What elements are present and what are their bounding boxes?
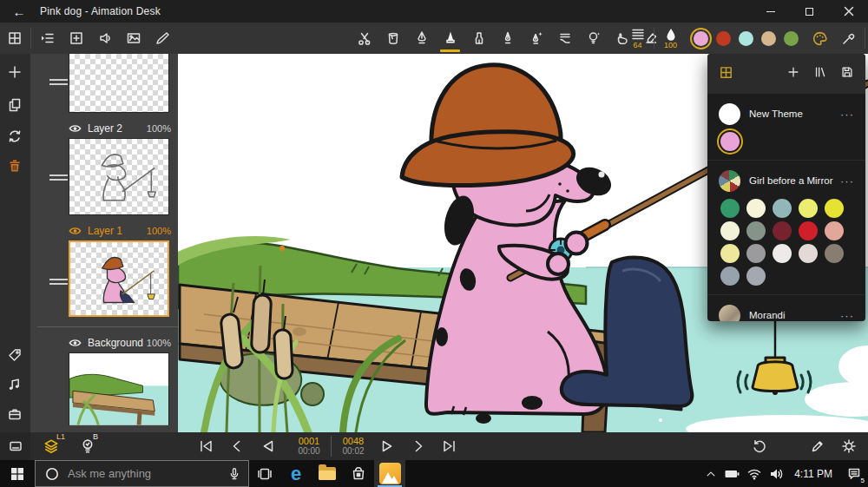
color-swatch[interactable] <box>825 221 844 240</box>
tray-wifi[interactable] <box>743 460 765 487</box>
color-swatch[interactable] <box>720 267 740 286</box>
color-swatch[interactable] <box>746 199 766 218</box>
taskbar-store[interactable] <box>343 460 374 487</box>
color-swatch[interactable] <box>720 132 740 151</box>
task-view-button[interactable] <box>249 460 280 487</box>
taskbar-edge[interactable]: e <box>280 460 312 487</box>
theme-library-button[interactable] <box>813 65 827 82</box>
clean-brush-button[interactable] <box>148 23 176 54</box>
tag-panel-button[interactable] <box>7 347 23 363</box>
color-swatch[interactable] <box>825 244 844 263</box>
pen-tool[interactable] <box>407 23 436 54</box>
color-swatch[interactable] <box>720 199 740 218</box>
color-swatch[interactable] <box>716 31 731 46</box>
theme-more-button[interactable]: ··· <box>840 174 854 188</box>
theme-more-button[interactable]: ··· <box>840 108 854 121</box>
search-input[interactable] <box>68 467 227 480</box>
color-swatch[interactable] <box>761 31 776 46</box>
theme-avatar[interactable] <box>719 305 740 322</box>
color-swatch[interactable] <box>773 199 792 218</box>
theme-more-button[interactable]: ··· <box>840 309 854 322</box>
play-backward-button[interactable] <box>260 438 277 455</box>
outline-list-button[interactable] <box>33 23 62 54</box>
color-swatch[interactable] <box>746 221 766 240</box>
microphone-icon[interactable] <box>227 466 241 482</box>
color-swatch[interactable] <box>739 31 753 46</box>
visibility-eye-icon[interactable] <box>69 338 82 348</box>
palette-button[interactable] <box>806 23 834 54</box>
color-swatch[interactable] <box>799 221 818 240</box>
delete-layer-button[interactable] <box>7 158 23 174</box>
color-swatch[interactable] <box>784 31 799 46</box>
taskbar-clock[interactable]: 4:11 PM <box>786 468 840 480</box>
duplicate-layer-button[interactable] <box>7 97 23 113</box>
assets-panel-button[interactable] <box>7 406 23 422</box>
scissors-tool[interactable] <box>350 23 378 54</box>
color-swatch[interactable] <box>694 31 708 46</box>
undo-button[interactable] <box>750 438 767 455</box>
layer-row[interactable]: Layer 2 100% <box>69 121 171 136</box>
skip-end-button[interactable] <box>441 438 458 455</box>
eyedropper-button[interactable] <box>834 23 863 54</box>
image-button[interactable] <box>119 23 148 54</box>
minimize-button[interactable] <box>751 0 790 23</box>
color-swatch[interactable] <box>799 244 818 263</box>
visibility-eye-icon[interactable] <box>69 123 82 134</box>
color-swatch[interactable] <box>825 199 844 218</box>
settings-button[interactable] <box>840 438 858 455</box>
fine-pen-tool[interactable] <box>493 23 522 54</box>
stroke-width-control[interactable]: 64 <box>623 23 652 54</box>
color-swatch[interactable] <box>773 221 792 240</box>
taskbar-search[interactable] <box>35 460 249 487</box>
layer-thumbnail[interactable] <box>69 352 169 425</box>
audio-button[interactable] <box>90 23 119 54</box>
taskbar-aimation-app[interactable] <box>374 460 405 487</box>
music-panel-button[interactable] <box>7 377 23 392</box>
brush-tool-selected[interactable] <box>436 23 464 54</box>
tray-battery[interactable] <box>721 460 743 487</box>
paint-bucket-tool[interactable] <box>378 23 407 54</box>
save-theme-button[interactable] <box>840 65 854 82</box>
action-center-button[interactable]: 5 <box>840 460 868 487</box>
drawing-canvas[interactable]: New Theme ··· Girl before a Mirror ··· <box>178 54 868 432</box>
taskbar-file-explorer[interactable] <box>312 460 343 487</box>
edit-button[interactable] <box>809 438 826 455</box>
tray-chevron-button[interactable] <box>700 460 721 487</box>
loop-layer-button[interactable] <box>7 128 23 144</box>
layer-thumbnail-empty[interactable] <box>69 54 169 113</box>
play-forward-button[interactable] <box>378 438 396 455</box>
color-swatch[interactable] <box>799 199 818 218</box>
layer-drag-handle[interactable] <box>49 76 68 88</box>
tray-volume[interactable] <box>765 460 786 487</box>
add-layer-button[interactable] <box>7 64 23 80</box>
color-swatch[interactable] <box>746 244 766 263</box>
layer-row-selected[interactable]: Layer 1 100% <box>69 223 171 239</box>
back-button[interactable]: ← <box>0 0 38 23</box>
card-icon[interactable] <box>8 438 23 454</box>
theme-avatar[interactable] <box>719 170 740 192</box>
color-swatch[interactable] <box>720 244 740 263</box>
layer-drag-handle[interactable] <box>49 172 68 183</box>
skip-start-button[interactable] <box>197 438 214 455</box>
color-swatch[interactable] <box>746 267 766 286</box>
layer-thumbnail[interactable] <box>69 138 169 215</box>
color-swatch[interactable] <box>720 221 740 240</box>
visibility-eye-icon[interactable] <box>69 226 82 236</box>
add-theme-button[interactable] <box>786 65 800 82</box>
add-frame-button[interactable] <box>62 23 90 54</box>
smudge-tool[interactable] <box>550 23 579 54</box>
magic-pen-tool[interactable] <box>522 23 550 54</box>
close-button[interactable] <box>829 0 868 23</box>
active-layer-indicator[interactable]: L1 <box>43 438 60 455</box>
idea-tool[interactable] <box>579 23 608 54</box>
grid-view-button[interactable] <box>0 23 29 54</box>
theme-avatar[interactable] <box>719 103 740 125</box>
opacity-control[interactable]: 100 <box>656 23 685 54</box>
maximize-button[interactable] <box>790 0 829 23</box>
prev-frame-button[interactable] <box>228 438 246 455</box>
marker-tool[interactable] <box>464 23 493 54</box>
color-swatch[interactable] <box>773 244 792 263</box>
layer-drag-handle[interactable] <box>49 276 68 287</box>
background-mode-indicator[interactable]: B <box>79 438 96 455</box>
themes-grid-button[interactable] <box>719 65 733 83</box>
